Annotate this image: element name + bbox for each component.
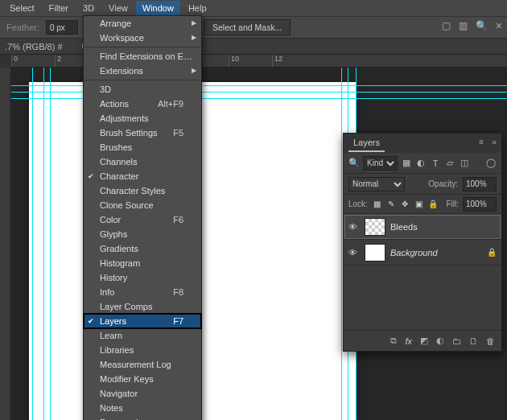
select-and-mask-button[interactable]: Select and Mask... [204,19,291,35]
layer-name[interactable]: Background [390,248,482,257]
layers-panel: Layers ≡ » 🔍 Kind ▦ ◐ T ▱ ◫ ◯ Normal Opa… [343,133,502,352]
ruler-vertical [0,68,11,420]
filter-smart-icon[interactable]: ◫ [459,158,470,169]
layer-name[interactable]: Bleeds [390,222,497,232]
feather-label: Feather: [6,23,39,32]
doc-status: .7% (RGB/8) # [5,42,63,51]
app-menubar: Select Filter 3D View Window Help [0,0,507,16]
lock-row: Lock: ▦ ✎ ✥ ▣ 🔒 Fill: [344,195,501,214]
layers-filter-row: 🔍 Kind ▦ ◐ T ▱ ◫ ◯ [344,153,501,174]
menu-item-character-styles[interactable]: Character Styles [84,183,201,198]
menu-item-find-extensions-on-exchange-[interactable]: Find Extensions on Exchange... [84,49,201,64]
layer-list: 👁Bleeds👁Background🔒 [344,214,501,266]
menu-item-navigator[interactable]: Navigator [84,386,201,401]
lock-pos-icon[interactable]: ✥ [400,199,410,209]
filter-pixel-icon[interactable]: ▦ [401,158,412,169]
fill-input[interactable] [463,197,497,212]
panel-icon[interactable]: ▥ [459,20,468,31]
lock-all-icon[interactable]: 🔒 [428,199,439,209]
lock-label: Lock: [348,200,368,208]
visibility-icon[interactable]: 👁 [348,222,360,232]
menu-view[interactable]: View [102,1,134,15]
layer-row[interactable]: 👁Background🔒 [344,240,501,266]
menu-item-paragraph[interactable]: Paragraph [84,415,201,420]
group-icon[interactable]: 🗀 [452,336,461,346]
menu-item-actions[interactable]: ActionsAlt+F9 [84,97,201,111]
menu-item-notes[interactable]: Notes [84,401,201,415]
window-controls: ▢ ▥ 🔍 × [442,19,502,32]
document-tabs: .7% (RGB/8) # Untitled... [0,39,507,55]
menu-item-history[interactable]: History [84,270,201,285]
layer-row[interactable]: 👁Bleeds [344,214,501,240]
menu-window[interactable]: Window [136,1,180,15]
opacity-input[interactable] [463,177,497,191]
mask-icon[interactable]: ◩ [420,336,428,346]
menu-item-extensions[interactable]: Extensions▶ [84,64,201,78]
menu-3d[interactable]: 3D [76,1,101,15]
layers-tab[interactable]: Layers [348,134,385,152]
layers-footer: ⧉ fx ◩ ◐ 🗀 🗋 🗑 [344,330,501,351]
filter-shape-icon[interactable]: ▱ [444,158,455,169]
menu-item-libraries[interactable]: Libraries [84,343,201,357]
opacity-label: Opacity: [428,179,458,188]
menu-item-info[interactable]: InfoF8 [84,285,201,299]
search-icon[interactable]: 🔍 [476,20,488,31]
window-menu-dropdown: Arrange▶Workspace▶Find Extensions on Exc… [83,15,202,420]
menu-filter[interactable]: Filter [43,1,75,15]
close-icon[interactable]: × [496,19,502,32]
blend-row: Normal Opacity: [344,174,501,195]
filter-kind-select[interactable]: Kind [363,156,398,171]
filter-adjust-icon[interactable]: ◐ [415,158,427,169]
menu-item-channels[interactable]: Channels [84,154,201,169]
lock-icon: 🔒 [487,248,497,257]
workspace-icon[interactable]: ▢ [442,20,451,31]
search-icon: 🔍 [348,158,360,168]
menu-help[interactable]: Help [182,1,213,15]
blend-mode-select[interactable]: Normal [348,177,405,191]
menu-item-brushes[interactable]: Brushes [84,140,201,154]
menu-item-brush-settings[interactable]: Brush SettingsF5 [84,126,201,140]
filter-toggle-icon[interactable]: ◯ [485,158,497,169]
lock-trans-icon[interactable]: ▦ [372,199,382,209]
menu-item-3d[interactable]: 3D [84,82,201,97]
menu-item-adjustments[interactable]: Adjustments [84,111,201,126]
menu-item-arrange[interactable]: Arrange▶ [84,16,201,31]
menu-item-character[interactable]: Character [84,169,201,183]
menu-item-layer-comps[interactable]: Layer Comps [84,299,201,314]
visibility-icon[interactable]: 👁 [348,248,360,257]
menu-item-color[interactable]: ColorF6 [84,212,201,227]
new-layer-icon[interactable]: 🗋 [469,336,478,346]
menu-item-layers[interactable]: LayersF7 [84,314,201,328]
fx-icon[interactable]: fx [405,336,412,346]
feather-input[interactable] [46,20,78,35]
fill-label: Fill: [446,200,459,208]
menu-item-workspace[interactable]: Workspace▶ [84,31,201,45]
menu-item-gradients[interactable]: Gradients [84,241,201,256]
panel-menu-icon[interactable]: ≡ [479,138,484,146]
menu-item-learn[interactable]: Learn [84,328,201,343]
menu-item-glyphs[interactable]: Glyphs [84,227,201,241]
lock-art-icon[interactable]: ▣ [414,199,424,209]
link-layers-icon[interactable]: ⧉ [390,336,397,346]
menu-item-measurement-log[interactable]: Measurement Log [84,357,201,372]
lock-pixel-icon[interactable]: ✎ [385,199,396,209]
menu-item-clone-source[interactable]: Clone Source [84,198,201,212]
layer-thumb[interactable] [365,218,385,236]
menu-select[interactable]: Select [3,1,41,15]
menu-item-histogram[interactable]: Histogram [84,256,201,270]
menu-item-modifier-keys[interactable]: Modifier Keys [84,372,201,386]
delete-layer-icon[interactable]: 🗑 [486,336,495,346]
options-bar: Feather: Width: ⇄ Height: Select and Mas… [0,16,507,39]
panel-close-icon[interactable]: » [492,138,497,146]
filter-type-icon[interactable]: T [430,158,441,169]
adjustment-icon[interactable]: ◐ [436,336,444,346]
layer-thumb[interactable] [365,244,385,261]
